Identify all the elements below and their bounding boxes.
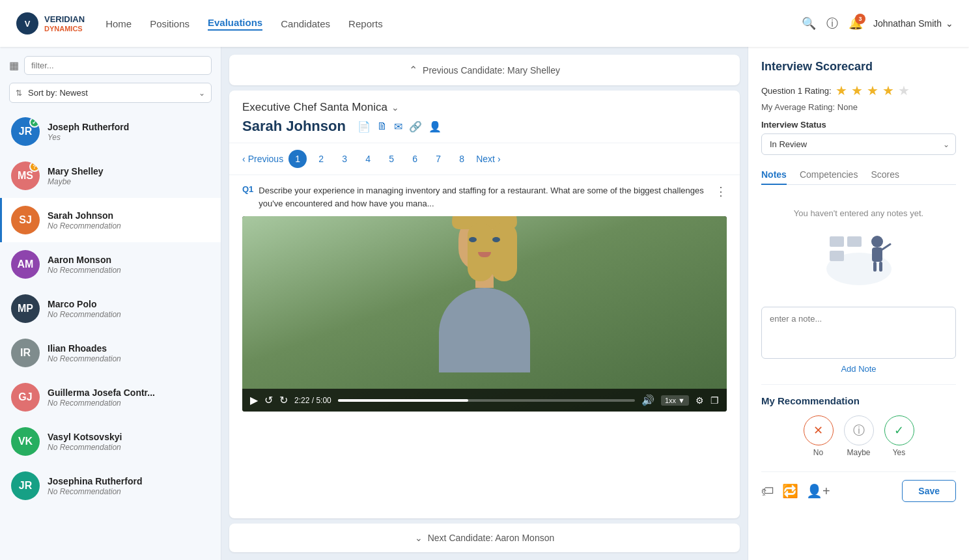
page-3-button[interactable]: 3 <box>335 150 354 168</box>
status-dot-maybe: ? <box>29 161 40 172</box>
email-icon[interactable]: ✉ <box>394 120 402 133</box>
candidate-item[interactable]: MP Marco Polo No Recommendation <box>0 287 221 331</box>
star-3[interactable]: ★ <box>867 83 878 98</box>
candidate-name: Ilian Rhoades <box>48 343 212 354</box>
add-note-button[interactable]: Add Note <box>761 364 956 374</box>
search-button[interactable]: 🔍 <box>802 16 816 31</box>
candidate-item[interactable]: MS ? Mary Shelley Maybe <box>0 154 221 198</box>
rating-row: Question 1 Rating: ★ ★ ★ ★ ★ <box>761 83 956 98</box>
nav-evaluations[interactable]: Evaluations <box>208 17 262 31</box>
position-row: Executive Chef Santa Monica ⌄ <box>242 101 727 114</box>
share-button[interactable]: 🔁 <box>782 483 798 499</box>
logo: V VERIDIAN DYNAMICS <box>16 12 85 35</box>
candidate-item[interactable]: IR Ilian Rhoades No Recommendation <box>0 331 221 375</box>
question-menu-button[interactable]: ⋮ <box>715 184 727 199</box>
fullscreen-button[interactable]: ❐ <box>710 395 719 406</box>
app-body: ▦ ⇅ Sort by: Newest ⌄ JR ✓ Joseph Ruther… <box>0 47 969 560</box>
star-2[interactable]: ★ <box>851 83 863 98</box>
candidate-item[interactable]: SJ Sarah Johnson No Recommendation <box>0 198 221 242</box>
page-2-button[interactable]: 2 <box>312 150 330 168</box>
save-button[interactable]: Save <box>902 480 956 502</box>
question-label: Q1 <box>242 184 253 194</box>
tab-scores[interactable]: Scores <box>871 165 899 185</box>
link-icon[interactable]: 🔗 <box>409 120 422 133</box>
candidate-header: Executive Chef Santa Monica ⌄ Sarah John… <box>229 91 740 143</box>
note-input[interactable] <box>761 307 956 359</box>
yes-button[interactable]: ✓ <box>884 415 914 445</box>
nav-home[interactable]: Home <box>105 18 132 29</box>
notification-badge: 3 <box>855 14 865 24</box>
settings-button[interactable]: ⚙ <box>695 395 704 406</box>
candidate-item[interactable]: AM Aaron Monson No Recommendation <box>0 242 221 287</box>
candidate-item[interactable]: JR Josephina Rutherford No Recommendatio… <box>0 464 221 508</box>
forward-button[interactable]: ↻ <box>279 394 288 406</box>
progress-bar[interactable] <box>338 399 635 402</box>
svg-rect-3 <box>830 236 844 247</box>
candidate-status: No Recommendation <box>48 266 212 275</box>
page-4-button[interactable]: 4 <box>359 150 377 168</box>
status-dot-yes: ✓ <box>29 117 40 128</box>
help-button[interactable]: ⓘ <box>826 16 838 31</box>
star-5[interactable]: ★ <box>898 83 910 98</box>
chevron-down-icon: ⌄ <box>415 533 423 543</box>
star-4[interactable]: ★ <box>882 83 894 98</box>
video-frame <box>242 216 727 412</box>
candidate-status: Yes <box>48 133 212 142</box>
candidate-name: Vasyl Kotsovskyi <box>48 432 212 442</box>
svg-rect-7 <box>872 247 882 262</box>
page-5-button[interactable]: 5 <box>382 150 400 168</box>
candidate-name: Sarah Johnson <box>48 210 212 221</box>
candidate-info: Josephina Rutherford No Recommendation <box>48 476 212 496</box>
avatar: GJ <box>11 383 40 412</box>
filter-icon-button[interactable]: ▦ <box>9 59 19 72</box>
person-icon[interactable]: 👤 <box>428 120 442 133</box>
status-select[interactable]: In Review <box>761 133 956 155</box>
video-person <box>426 216 543 372</box>
question-area: Q1 Describe your experience in managing … <box>229 175 740 518</box>
maybe-button[interactable]: ⓘ <box>844 415 874 445</box>
prev-candidate-banner[interactable]: ⌃ Previous Candidate: Mary Shelley <box>229 55 740 85</box>
star-1[interactable]: ★ <box>836 83 847 98</box>
tag-button[interactable]: 🏷 <box>761 484 774 499</box>
sort-select[interactable]: Sort by: Newest <box>9 83 212 103</box>
candidate-info: Sarah Johnson No Recommendation <box>48 210 212 231</box>
no-button[interactable]: ✕ <box>804 415 834 445</box>
page-1-button[interactable]: 1 <box>288 150 307 168</box>
filter-input[interactable] <box>24 56 212 75</box>
question-row: Q1 Describe your experience in managing … <box>242 184 727 210</box>
notes-empty-text: You haven't entered any notes yet. <box>794 208 923 218</box>
user-name: Johnathan Smith <box>873 18 942 29</box>
notes-illustration <box>820 223 898 288</box>
next-candidate-banner[interactable]: ⌄ Next Candidate: Aaron Monson <box>229 524 740 552</box>
tab-notes[interactable]: Notes <box>761 165 787 185</box>
candidate-name: Aaron Monson <box>48 255 212 265</box>
maybe-recommendation-group: ⓘ Maybe <box>844 415 874 457</box>
tab-competencies[interactable]: Competencies <box>800 165 858 185</box>
next-page-button[interactable]: Next › <box>476 154 500 164</box>
candidate-item[interactable]: GJ Guillerma Josefa Contr... No Recommen… <box>0 375 221 419</box>
video-container: ▶ ↺ ↻ 2:22 / 5:00 🔊 1xx ▼ ⚙ <box>242 216 727 412</box>
candidate-item[interactable]: JR ✓ Joseph Rutherford Yes <box>0 109 221 154</box>
position-title: Executive Chef Santa Monica <box>242 101 387 114</box>
candidate-name: Josephina Rutherford <box>48 476 212 486</box>
file-icon[interactable]: 🗎 <box>377 120 387 132</box>
play-button[interactable]: ▶ <box>250 394 258 406</box>
logo-text: VERIDIAN DYNAMICS <box>44 14 85 33</box>
nav-reports[interactable]: Reports <box>348 18 383 29</box>
rewind-button[interactable]: ↺ <box>264 394 273 406</box>
sidebar: ▦ ⇅ Sort by: Newest ⌄ JR ✓ Joseph Ruther… <box>0 47 221 560</box>
candidate-item[interactable]: VK Vasyl Kotsovskyi No Recommendation <box>0 419 221 464</box>
page-6-button[interactable]: 6 <box>406 150 424 168</box>
next-chevron-icon: › <box>498 154 501 164</box>
user-menu-button[interactable]: Johnathan Smith ⌄ <box>873 18 953 29</box>
document-icon[interactable]: 📄 <box>358 120 371 133</box>
add-person-button[interactable]: 👤+ <box>806 483 830 499</box>
candidate-name-row: Sarah Johnson 📄 🗎 ✉ 🔗 👤 <box>242 118 727 135</box>
volume-button[interactable]: 🔊 <box>641 394 654 406</box>
nav-candidates[interactable]: Candidates <box>281 18 330 29</box>
page-7-button[interactable]: 7 <box>429 150 447 168</box>
page-8-button[interactable]: 8 <box>453 150 471 168</box>
prev-page-button[interactable]: ‹ Previous <box>242 154 283 164</box>
nav-positions[interactable]: Positions <box>150 18 190 29</box>
speed-button[interactable]: 1xx ▼ <box>661 395 689 406</box>
